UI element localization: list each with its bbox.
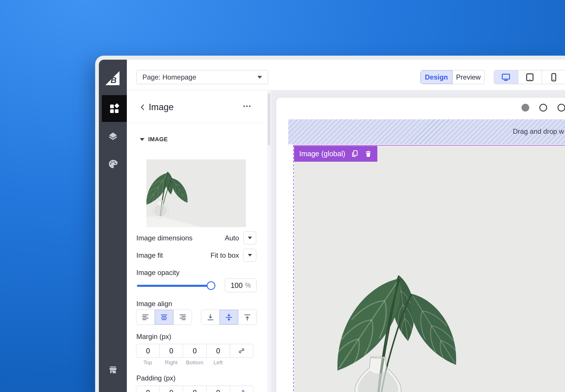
device-preview-toggle [494, 70, 565, 84]
image-align-label: Image align [136, 300, 172, 308]
opacity-input[interactable]: 100 % [225, 278, 257, 292]
storefront-icon [108, 365, 118, 375]
selection-border-top [293, 145, 565, 146]
panel-header: Image [127, 91, 271, 123]
phone-icon [549, 72, 559, 82]
view-mode-toggle: Design Preview [420, 70, 485, 84]
align-right-icon [178, 313, 187, 322]
padding-label: Padding (px) [136, 374, 176, 382]
carousel-dot[interactable] [558, 104, 565, 112]
chevron-down-icon [257, 76, 262, 79]
image-section-toggle[interactable]: IMAGE [140, 136, 168, 143]
tablet-view-button[interactable] [518, 70, 542, 84]
image-fit-dropdown[interactable] [243, 249, 256, 262]
padding-bottom-input[interactable]: 0 [183, 386, 206, 392]
align-left-icon [141, 313, 150, 322]
opacity-slider-track[interactable] [137, 285, 215, 287]
opacity-slider-handle[interactable] [207, 281, 215, 290]
align-middle-button[interactable] [219, 310, 238, 325]
sidebar-item-theme-styles[interactable] [105, 156, 121, 172]
drag-drop-zone[interactable]: Drag and drop w [288, 119, 565, 144]
bigcommerce-logo-icon: B [104, 70, 121, 86]
layers-icon [108, 131, 118, 142]
horizontal-align-group [136, 310, 192, 325]
margin-label: Margin (px) [136, 333, 171, 341]
image-opacity-label: Image opacity [136, 269, 179, 277]
image-fit-value: Fit to box [210, 251, 239, 259]
widgets-icon [109, 103, 120, 114]
storefront-page-preview: Drag and drop w Image (global) [276, 98, 565, 392]
image-fit-label: Image fit [136, 251, 163, 259]
align-right-button[interactable] [173, 310, 192, 325]
margin-field-labels: Top Right Bottom Left [136, 359, 230, 366]
preview-tab-label: Preview [456, 73, 481, 81]
triangle-down-icon [140, 138, 144, 141]
desktop-icon [501, 72, 511, 82]
padding-right-input[interactable]: 0 [159, 386, 183, 392]
selected-widget-badge: Image (global) [294, 146, 377, 162]
align-bottom-icon [206, 313, 215, 322]
margin-link-values-button[interactable] [230, 344, 253, 357]
topbar: Page: Homepage Design Preview [127, 60, 565, 90]
app-sidebar: B [99, 60, 127, 392]
design-tab-label: Design [425, 73, 448, 81]
align-center-button[interactable] [155, 310, 173, 325]
padding-left-input[interactable]: 0 [206, 386, 230, 392]
preview-tab[interactable]: Preview [452, 70, 485, 84]
margin-right-input[interactable]: 0 [159, 344, 183, 357]
trash-icon [364, 150, 372, 158]
margin-top-input[interactable]: 0 [136, 344, 159, 357]
design-tab[interactable]: Design [421, 70, 452, 84]
drag-drop-text: Drag and drop w [513, 127, 564, 135]
vertical-align-group [201, 310, 257, 325]
align-top-button[interactable] [238, 310, 257, 325]
widget-settings-panel: Image IMAGE Image dimensions Auto Image … [127, 91, 271, 392]
svg-text:B: B [110, 76, 116, 85]
padding-top-input[interactable]: 0 [136, 386, 159, 392]
more-options-button[interactable] [243, 105, 251, 107]
align-top-icon [243, 313, 252, 322]
app-window-content: B [99, 60, 565, 392]
padding-link-values-button[interactable] [230, 386, 253, 392]
opacity-value: 100 [231, 281, 243, 290]
page-selector[interactable]: Page: Homepage [136, 70, 268, 84]
sidebar-item-widgets[interactable] [102, 95, 127, 122]
image-thumbnail-preview[interactable] [146, 159, 246, 227]
page-selector-value: Page: Homepage [142, 73, 196, 81]
sidebar-item-layers[interactable] [105, 128, 121, 144]
divider [127, 123, 268, 123]
image-widget[interactable] [294, 146, 565, 392]
align-bottom-button[interactable] [201, 310, 219, 325]
back-button[interactable] [138, 102, 148, 112]
delete-widget-button[interactable] [364, 150, 372, 158]
desktop-view-button[interactable] [494, 70, 518, 84]
chevron-down-icon [248, 254, 252, 257]
carousel-dot[interactable] [539, 104, 547, 112]
align-center-icon [160, 313, 168, 322]
image-dimensions-label: Image dimensions [136, 234, 193, 242]
app-window: B [95, 56, 565, 392]
sidebar-item-store[interactable] [105, 362, 121, 378]
duplicate-widget-button[interactable] [351, 150, 359, 158]
margin-left-input[interactable]: 0 [206, 344, 230, 357]
tablet-icon [525, 72, 535, 82]
chevron-left-icon [139, 103, 147, 111]
align-left-button[interactable] [136, 310, 155, 325]
image-dimensions-value: Auto [225, 234, 239, 242]
image-section-label: IMAGE [148, 136, 168, 143]
chevron-down-icon [248, 237, 252, 239]
canvas-area: Drag and drop w Image (global) [271, 91, 565, 392]
carousel-dot-active[interactable] [521, 104, 529, 112]
selection-border-left [293, 146, 294, 392]
palette-icon [108, 159, 118, 169]
margin-inputs: 0 0 0 0 [136, 344, 253, 358]
align-middle-icon [225, 313, 233, 322]
unlink-icon [238, 347, 245, 355]
margin-bottom-input[interactable]: 0 [183, 344, 206, 357]
padding-inputs: 0 0 0 0 [136, 386, 253, 392]
image-dimensions-dropdown[interactable] [243, 231, 256, 244]
panel-title: Image [149, 102, 174, 112]
opacity-unit: % [245, 282, 251, 289]
phone-view-button[interactable] [542, 70, 565, 84]
panel-scrollbar[interactable] [267, 91, 271, 392]
